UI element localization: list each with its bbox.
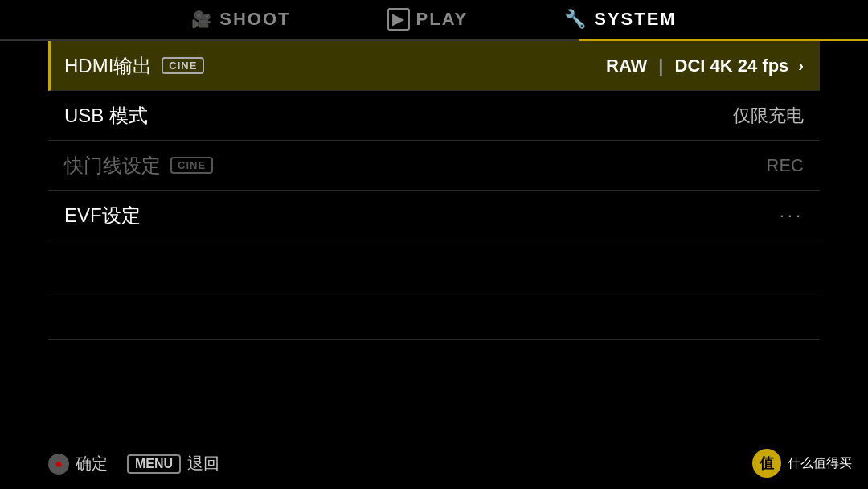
menu-item-shutter-left: 快门线设定 CINE <box>64 153 213 179</box>
menu-item-usb[interactable]: USB 模式 仅限充电 <box>48 91 820 141</box>
menu-item-evf[interactable]: EVF设定 ··· <box>48 191 820 240</box>
evf-label: EVF设定 <box>64 203 141 228</box>
nav-container: 🎥 SHOOT ▶ PLAY 🔧 SYSTEM <box>0 0 868 41</box>
shoot-label: SHOOT <box>219 9 290 30</box>
menu-area: HDMI输出 CINE RAW | DCI 4K 24 fps › USB 模式… <box>48 41 820 340</box>
play-label: PLAY <box>416 9 469 30</box>
hdmi-pipe: | <box>658 55 663 76</box>
play-icon: ▶ <box>387 8 410 31</box>
menu-item-usb-left: USB 模式 <box>64 103 148 129</box>
confirm-dot: ● <box>55 457 63 471</box>
nav-tabs-row: 🎥 SHOOT ▶ PLAY 🔧 SYSTEM <box>0 0 868 39</box>
underline-shoot <box>0 39 289 41</box>
hdmi-cine-badge: CINE <box>162 57 204 74</box>
nav-underlines <box>0 39 868 41</box>
usb-val-text: 仅限充电 <box>733 104 804 128</box>
watermark: 值 什么值得买 <box>752 449 852 478</box>
usb-label: USB 模式 <box>64 103 148 129</box>
hdmi-label: HDMI输出 <box>64 53 152 79</box>
confirm-label: 确定 <box>76 453 108 475</box>
system-icon: 🔧 <box>564 9 588 30</box>
watermark-text: 什么值得买 <box>788 455 852 472</box>
hdmi-arrow: › <box>798 56 804 75</box>
hdmi-raw: RAW <box>606 55 647 76</box>
shutter-value: REC <box>767 155 804 176</box>
menu-item-empty1 <box>48 240 820 290</box>
watermark-icon: 值 <box>752 449 781 478</box>
bottom-bar: ● 确定 MENU 退回 <box>48 453 820 475</box>
tab-shoot[interactable]: 🎥 SHOOT <box>143 1 338 38</box>
menu-item-shutter[interactable]: 快门线设定 CINE REC <box>48 141 820 191</box>
underline-system <box>579 39 868 41</box>
confirm-circle-icon: ● <box>48 454 69 475</box>
menu-item-hdmi-left: HDMI输出 CINE <box>64 53 204 79</box>
menu-box-label: MENU <box>127 454 181 474</box>
hdmi-res: DCI 4K 24 fps <box>675 55 789 76</box>
hdmi-value: RAW | DCI 4K 24 fps › <box>606 55 804 76</box>
evf-value: ··· <box>780 205 804 226</box>
screen: 🎥 SHOOT ▶ PLAY 🔧 SYSTEM HDMI输出 <box>0 0 868 489</box>
underline-play <box>289 39 579 41</box>
menu-item-hdmi[interactable]: HDMI输出 CINE RAW | DCI 4K 24 fps › <box>48 41 820 91</box>
usb-value: 仅限充电 <box>733 104 804 128</box>
shutter-val-text: REC <box>767 155 804 176</box>
menu-item-evf-left: EVF设定 <box>64 203 141 228</box>
shoot-icon: 🎥 <box>191 10 213 29</box>
shutter-label: 快门线设定 <box>64 153 161 179</box>
tab-play[interactable]: ▶ PLAY <box>339 0 517 39</box>
shutter-cine-badge: CINE <box>170 157 213 174</box>
back-btn[interactable]: MENU 退回 <box>127 453 219 475</box>
back-label: 退回 <box>187 453 219 475</box>
menu-item-empty2 <box>48 290 820 340</box>
confirm-btn[interactable]: ● 确定 <box>48 453 108 475</box>
system-label: SYSTEM <box>594 9 676 30</box>
tab-system[interactable]: 🔧 SYSTEM <box>516 1 724 38</box>
evf-val-text: ··· <box>780 205 804 226</box>
